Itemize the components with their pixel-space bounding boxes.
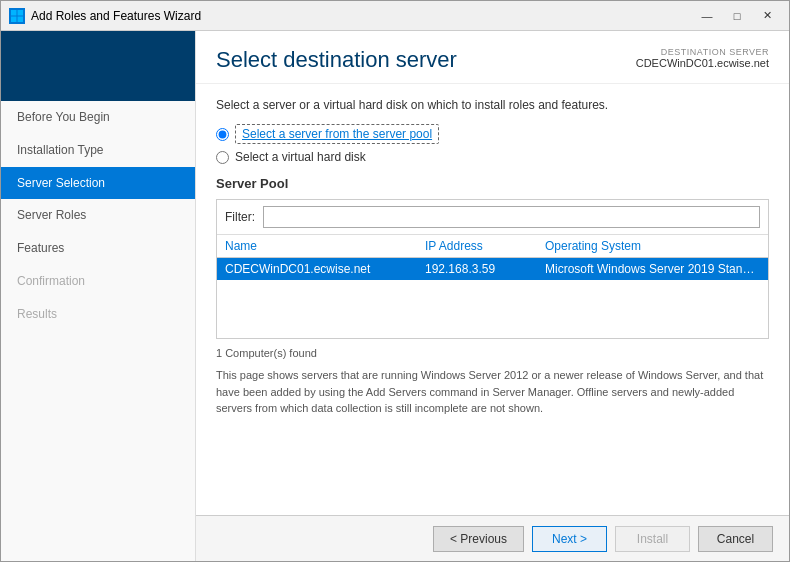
minimize-button[interactable]: — [693,6,721,26]
radio-vhd-label[interactable]: Select a virtual hard disk [235,150,366,164]
destination-label: DESTINATION SERVER [636,47,769,57]
main-content: Before You Begin Installation Type Serve… [1,31,789,561]
filter-input[interactable] [263,206,760,228]
filter-row: Filter: [217,200,768,235]
footer: < Previous Next > Install Cancel [196,515,789,561]
app-icon [9,8,25,24]
column-os[interactable]: Operating System [545,239,760,253]
sidebar-item-features[interactable]: Features [1,232,195,265]
filter-label: Filter: [225,210,255,224]
column-name[interactable]: Name [225,239,425,253]
main-header: Select destination server DESTINATION SE… [196,31,789,84]
found-text: 1 Computer(s) found [216,347,769,359]
radio-vhd[interactable]: Select a virtual hard disk [216,150,769,164]
section-title: Server Pool [216,176,769,191]
table-header: Name IP Address Operating System [217,235,768,258]
sidebar-item-server-selection[interactable]: Server Selection [1,167,195,200]
svg-rect-0 [11,10,17,16]
radio-pool-label[interactable]: Select a server from the server pool [235,124,439,144]
sidebar: Before You Begin Installation Type Serve… [1,31,196,561]
cell-server-name: CDECWinDC01.ecwise.net [225,262,425,276]
main-panel: Select destination server DESTINATION SE… [196,31,789,561]
sidebar-header [1,31,195,101]
sidebar-item-results: Results [1,298,195,331]
title-bar-left: Add Roles and Features Wizard [9,8,201,24]
radio-server-pool[interactable]: Select a server from the server pool [216,124,769,144]
radio-pool-input[interactable] [216,128,229,141]
sidebar-item-before[interactable]: Before You Begin [1,101,195,134]
cancel-button[interactable]: Cancel [698,526,773,552]
install-button: Install [615,526,690,552]
radio-group: Select a server from the server pool Sel… [216,124,769,164]
close-button[interactable]: ✕ [753,6,781,26]
destination-server: CDECWinDC01.ecwise.net [636,57,769,69]
title-bar: Add Roles and Features Wizard — □ ✕ [1,1,789,31]
instruction-text: Select a server or a virtual hard disk o… [216,98,769,112]
cell-server-os: Microsoft Windows Server 2019 Standard [545,262,760,276]
destination-info: DESTINATION SERVER CDECWinDC01.ecwise.ne… [636,47,769,69]
main-body: Select a server or a virtual hard disk o… [196,84,789,515]
window-controls: — □ ✕ [693,6,781,26]
sidebar-item-server-roles[interactable]: Server Roles [1,199,195,232]
radio-vhd-input[interactable] [216,151,229,164]
column-ip[interactable]: IP Address [425,239,545,253]
cell-server-ip: 192.168.3.59 [425,262,545,276]
svg-rect-3 [18,16,24,22]
page-title: Select destination server [216,47,457,73]
window-title: Add Roles and Features Wizard [31,9,201,23]
sidebar-item-confirmation: Confirmation [1,265,195,298]
table-body: CDECWinDC01.ecwise.net 192.168.3.59 Micr… [217,258,768,338]
maximize-button[interactable]: □ [723,6,751,26]
svg-rect-2 [11,16,17,22]
description-text: This page shows servers that are running… [216,367,769,417]
table-row[interactable]: CDECWinDC01.ecwise.net 192.168.3.59 Micr… [217,258,768,280]
previous-button[interactable]: < Previous [433,526,524,552]
next-button[interactable]: Next > [532,526,607,552]
server-pool-container: Filter: Name IP Address Operating System… [216,199,769,339]
wizard-window: Add Roles and Features Wizard — □ ✕ Befo… [0,0,790,562]
svg-rect-1 [18,10,24,16]
sidebar-item-installation[interactable]: Installation Type [1,134,195,167]
